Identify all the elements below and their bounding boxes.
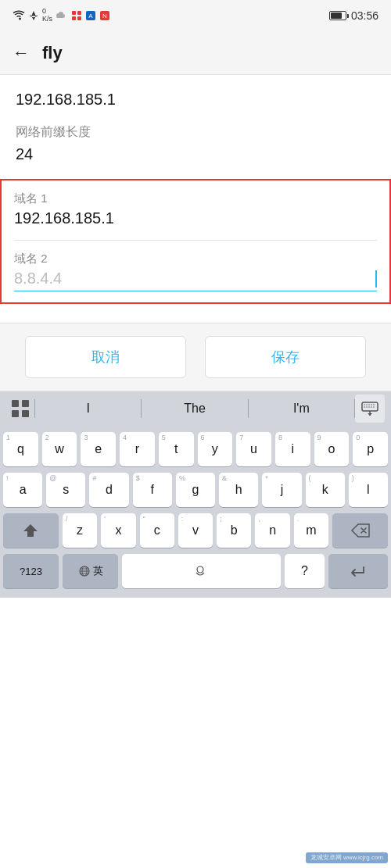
keyboard-row-2: !a @s #d $f %g &h *j (k )l xyxy=(3,473,388,507)
dns-section: 域名 1 192.168.185.1 域名 2 8.8.4.4 xyxy=(0,179,391,304)
ip-address-value: 192.168.185.1 xyxy=(16,91,375,109)
key-q[interactable]: 1q xyxy=(3,432,38,466)
svg-rect-10 xyxy=(12,410,19,417)
dns2-input[interactable]: 8.8.4.4 xyxy=(14,270,377,291)
key-a[interactable]: !a xyxy=(3,473,42,507)
space-key[interactable] xyxy=(122,554,281,588)
content-area: 192.168.185.1 网络前缀长度 24 xyxy=(0,75,391,163)
status-left: 0K/s A N xyxy=(13,8,110,23)
grid-icon[interactable] xyxy=(9,398,31,420)
airplane-icon xyxy=(28,10,39,21)
svg-rect-11 xyxy=(22,410,29,417)
key-i[interactable]: 8i xyxy=(275,432,310,466)
cloud-icon xyxy=(56,10,68,21)
dns1-row: 域名 1 192.168.185.1 xyxy=(2,180,389,240)
key-b[interactable]: ;b xyxy=(217,513,251,548)
wifi-icon xyxy=(13,10,25,21)
key-x[interactable]: 'x xyxy=(101,513,135,548)
svg-text:A: A xyxy=(88,13,93,20)
status-bar: 0K/s A N 03:56 xyxy=(0,0,391,31)
keyboard: 1q 2w 3e 4r 5t 6y 7u 8i 9o 0p !a @s #d $… xyxy=(0,426,391,598)
svg-rect-3 xyxy=(77,16,81,20)
svg-rect-9 xyxy=(22,400,29,407)
key-p[interactable]: 0p xyxy=(353,432,388,466)
key-f[interactable]: $f xyxy=(133,473,172,507)
lang-key[interactable]: 英 xyxy=(63,554,118,588)
prefix-value: 24 xyxy=(16,145,375,163)
notification-icon1 xyxy=(71,10,82,21)
svg-rect-1 xyxy=(77,11,81,15)
back-button[interactable]: ← xyxy=(13,43,30,63)
key-k[interactable]: (k xyxy=(306,473,345,507)
svg-rect-0 xyxy=(72,11,76,15)
keyboard-suggestions: I The I'm xyxy=(0,391,391,426)
backspace-key[interactable] xyxy=(332,513,388,548)
notification-icon3: N xyxy=(99,10,110,21)
key-s[interactable]: @s xyxy=(46,473,85,507)
status-right: 03:56 xyxy=(329,9,378,22)
dns2-value[interactable]: 8.8.4.4 xyxy=(14,270,375,288)
key-l[interactable]: )l xyxy=(349,473,388,507)
key-j[interactable]: *j xyxy=(262,473,301,507)
hide-keyboard-button[interactable] xyxy=(355,395,385,423)
key-n[interactable]: ,n xyxy=(255,513,289,548)
notification-icon2: A xyxy=(85,10,96,21)
suggestion-i[interactable]: I xyxy=(35,395,141,422)
key-g[interactable]: %g xyxy=(176,473,215,507)
svg-rect-2 xyxy=(72,16,76,20)
cancel-button[interactable]: 取消 xyxy=(25,336,186,378)
prefix-label: 网络前缀长度 xyxy=(16,124,375,141)
key-d[interactable]: #d xyxy=(89,473,128,507)
svg-rect-8 xyxy=(12,400,19,407)
key-y[interactable]: 6y xyxy=(198,432,233,466)
key-v[interactable]: :v xyxy=(178,513,213,548)
key-r[interactable]: 4r xyxy=(120,432,155,466)
numbers-key[interactable]: ?123 xyxy=(3,554,59,588)
save-button[interactable]: 保存 xyxy=(205,336,366,378)
suggestion-im[interactable]: I'm xyxy=(249,395,354,422)
watermark: 龙城安卓网 www.lcjrg.com xyxy=(306,852,388,863)
key-m[interactable]: .m xyxy=(294,513,328,548)
keyboard-row-1: 1q 2w 3e 4r 5t 6y 7u 8i 9o 0p xyxy=(3,432,388,466)
key-u[interactable]: 7u xyxy=(236,432,271,466)
data-speed: 0K/s xyxy=(42,8,52,23)
action-buttons: 取消 保存 xyxy=(0,323,391,391)
key-h[interactable]: &h xyxy=(219,473,258,507)
key-z[interactable]: /z xyxy=(63,513,97,548)
svg-text:N: N xyxy=(102,13,107,20)
keyboard-row-4: ?123 英 ? xyxy=(3,554,388,588)
shift-key[interactable] xyxy=(3,513,59,548)
dns1-value: 192.168.185.1 xyxy=(14,209,377,235)
key-w[interactable]: 2w xyxy=(42,432,77,466)
header: ← fly xyxy=(0,31,391,75)
enter-key[interactable] xyxy=(328,554,388,588)
page-title: fly xyxy=(42,43,63,63)
question-key[interactable]: ? xyxy=(285,554,325,588)
dns1-label: 域名 1 xyxy=(14,191,377,206)
dns2-label: 域名 2 xyxy=(14,252,377,266)
suggestion-the[interactable]: The xyxy=(142,395,247,422)
key-t[interactable]: 5t xyxy=(159,432,194,466)
svg-point-29 xyxy=(197,566,203,573)
dns2-row[interactable]: 域名 2 8.8.4.4 xyxy=(2,241,389,302)
key-o[interactable]: 9o xyxy=(314,432,350,466)
time-display: 03:56 xyxy=(351,9,378,22)
watermark-text: 龙城安卓网 www.lcjrg.com xyxy=(310,854,383,862)
text-cursor xyxy=(375,270,377,288)
key-e[interactable]: 3e xyxy=(81,432,116,466)
key-c[interactable]: "c xyxy=(140,513,174,548)
keyboard-row-3: /z 'x "c :v ;b ,n .m xyxy=(3,513,388,548)
battery-icon xyxy=(329,11,346,20)
